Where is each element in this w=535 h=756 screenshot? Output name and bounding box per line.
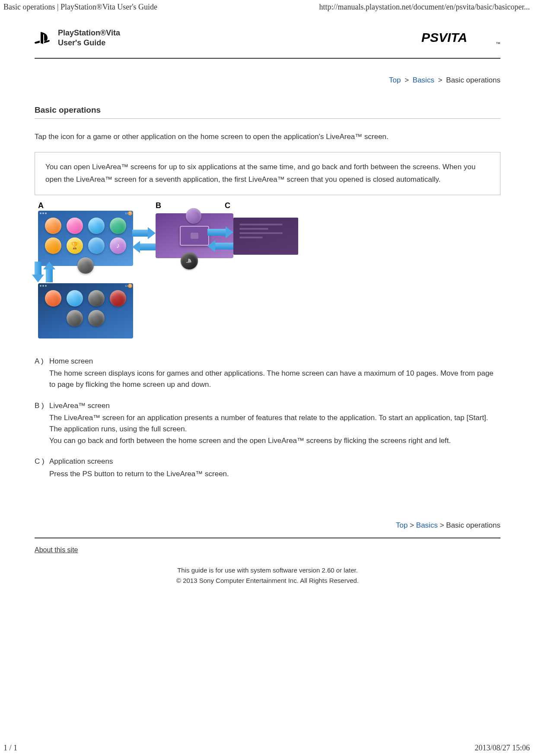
home-screen-thumb-2: 12:34 5 — [38, 283, 133, 338]
definition-title: LiveArea™ screen — [49, 400, 500, 411]
livearea-floating-bubble — [186, 208, 201, 224]
header-divider — [35, 58, 500, 59]
guide-title-line2: User's Guide — [58, 38, 120, 48]
breadcrumb-current: Basic operations — [446, 521, 500, 529]
print-timestamp: 2013/08/27 15:06 — [474, 743, 530, 753]
application-screen-thumb — [233, 218, 298, 255]
psvita-logo: PSVITA ™ — [421, 30, 500, 46]
info-note-box: You can open LiveArea™ screens for up to… — [35, 152, 500, 195]
definition-marker: C ) — [35, 456, 49, 480]
breadcrumb: Top > Basics > Basic operations — [35, 76, 500, 85]
definition-body: Press the PS button to return to the Liv… — [49, 468, 500, 480]
site-header: PlayStation®Vita User's Guide PSVITA ™ — [35, 28, 500, 54]
home-screen-thumb-1: 12:34 5 🏆 ♪ — [38, 211, 133, 266]
definition-title: Application screens — [49, 456, 500, 467]
breadcrumb-sep: > — [404, 76, 409, 84]
browser-chrome-header: Basic operations | PlayStation®Vita User… — [0, 0, 535, 15]
arrow-down-icon — [32, 262, 44, 282]
footer-divider — [35, 538, 500, 538]
definition-body: The LiveArea™ screen for an application … — [49, 412, 500, 446]
definition-item: C ) Application screens Press the PS but… — [35, 456, 500, 480]
diagram-label-a: A — [38, 201, 44, 210]
definition-list: A ) Home screen The home screen displays… — [35, 356, 500, 480]
footer-note-line1: This guide is for use with system softwa… — [35, 565, 500, 576]
footer-note: This guide is for use with system softwa… — [35, 565, 500, 586]
breadcrumb-basics-link[interactable]: Basics — [416, 521, 438, 529]
breadcrumb-current: Basic operations — [446, 76, 500, 84]
breadcrumb-top-link[interactable]: Top — [396, 521, 408, 529]
diagram-label-b: B — [156, 201, 161, 210]
page-number: 1 / 1 — [3, 743, 17, 753]
page-url: http://manuals.playstation.net/document/… — [319, 3, 530, 12]
screens-diagram: A B C 12:34 5 🏆 ♪ 12:34 5 — [35, 201, 307, 339]
trademark-symbol: ™ — [496, 41, 500, 46]
print-footer: 1 / 1 2013/08/27 15:06 — [3, 743, 530, 753]
footer-note-line2: © 2013 Sony Computer Entertainment Inc. … — [35, 576, 500, 586]
arrow-left-icon — [132, 241, 156, 253]
breadcrumb-bottom: Top > Basics > Basic operations — [35, 521, 500, 530]
arrow-right-icon — [132, 227, 156, 239]
breadcrumb-basics-link[interactable]: Basics — [413, 76, 434, 84]
definition-item: B ) LiveArea™ screen The LiveArea™ scree… — [35, 400, 500, 446]
definition-item: A ) Home screen The home screen displays… — [35, 356, 500, 391]
breadcrumb-sep: > — [438, 76, 443, 84]
breadcrumb-top-link[interactable]: Top — [389, 76, 401, 84]
definition-body: The home screen displays icons for games… — [49, 368, 500, 391]
page-tab-title: Basic operations | PlayStation®Vita User… — [3, 3, 157, 12]
definition-title: Home screen — [49, 356, 500, 367]
page-title: Basic operations — [35, 105, 500, 119]
playstation-logo-icon — [35, 31, 52, 45]
svg-text:PSVITA: PSVITA — [421, 30, 467, 44]
diagram-label-c: C — [225, 201, 230, 210]
breadcrumb-sep: > — [410, 521, 414, 529]
about-site-link[interactable]: About this site — [35, 546, 78, 554]
ps-button-icon — [181, 252, 198, 269]
arrow-right-icon — [207, 226, 233, 238]
guide-title-line1: PlayStation®Vita — [58, 28, 120, 38]
definition-marker: A ) — [35, 356, 49, 391]
definition-marker: B ) — [35, 400, 49, 446]
arrow-up-icon — [43, 262, 55, 282]
arrow-left-icon — [207, 240, 233, 252]
breadcrumb-sep: > — [440, 521, 444, 529]
guide-title: PlayStation®Vita User's Guide — [58, 28, 120, 48]
intro-paragraph: Tap the icon for a game or other applica… — [35, 131, 500, 142]
